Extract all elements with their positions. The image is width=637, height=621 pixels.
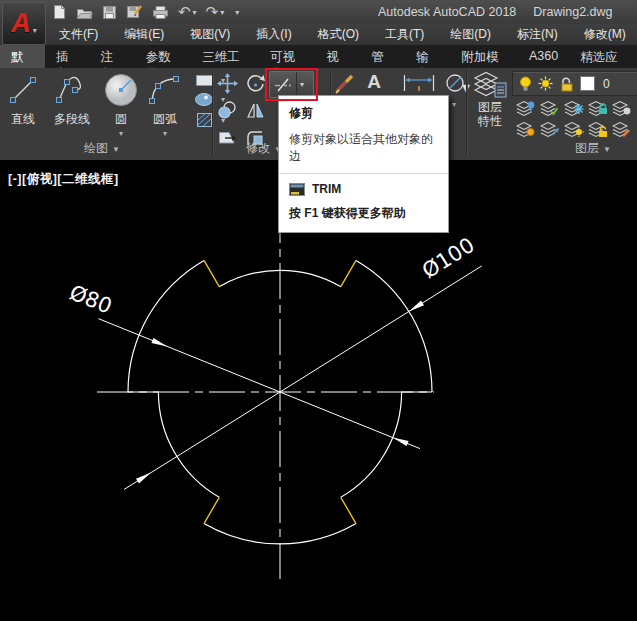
tab-manage[interactable]: 管理	[360, 45, 405, 68]
draw-panel-label[interactable]: 绘图▼	[84, 140, 120, 157]
annotation-dropdown-icon[interactable]: ▾	[452, 100, 456, 109]
save-icon	[102, 5, 117, 20]
text-button[interactable]: A	[362, 70, 386, 94]
menu-dimension[interactable]: 标注(N)	[504, 24, 571, 45]
toolbar-options-icon: ▾	[235, 8, 239, 17]
match-properties-button[interactable]	[333, 71, 357, 95]
layer-make-current-button[interactable]	[612, 100, 632, 117]
open-file-button[interactable]	[76, 5, 93, 20]
tooltip-command: TRIM	[312, 182, 341, 196]
current-layer-name: 0	[603, 77, 610, 91]
layer-properties-button[interactable]: 图层 特性	[468, 70, 512, 142]
menu-modify[interactable]: 修改(M)	[571, 24, 637, 45]
polyline-label: 多段线	[54, 111, 90, 128]
new-file-icon	[52, 4, 67, 20]
tooltip-title: 修剪	[289, 105, 438, 122]
ribbon-tab-bar: 默认 插入 注释 参数化 三维工具 可视化 视图 管理 输出 附加模块 A360…	[0, 45, 637, 68]
move-icon	[217, 73, 238, 94]
tab-output[interactable]: 输出	[405, 45, 450, 68]
layer-previous-button[interactable]	[540, 121, 560, 138]
tab-view[interactable]: 视图	[315, 45, 360, 68]
command-icon	[289, 183, 305, 196]
layer-thaw-all-button[interactable]	[564, 121, 584, 138]
layer-merge-button[interactable]	[612, 121, 632, 138]
tab-a360[interactable]: A360	[518, 45, 569, 68]
circle-button[interactable]: 圆 ▾	[102, 71, 140, 138]
modify-panel-label[interactable]: 修改▼	[246, 140, 282, 157]
dim-label-80: Ø80	[66, 280, 115, 318]
tooltip-help-hint: 按 F1 键获得更多帮助	[289, 205, 438, 222]
save-as-button[interactable]	[126, 4, 143, 20]
layer-tools-grid	[514, 98, 636, 140]
layer-properties-label-2: 特性	[478, 114, 502, 128]
menu-insert[interactable]: 插入(I)	[243, 24, 304, 45]
save-button[interactable]	[102, 5, 117, 20]
circle-dropdown-icon[interactable]: ▾	[119, 129, 123, 138]
tab-3d-tools[interactable]: 三维工具	[191, 45, 259, 68]
panel-separator	[212, 70, 214, 156]
redo-icon: ↷	[206, 5, 219, 19]
menu-format[interactable]: 格式(O)	[305, 24, 372, 45]
tab-annotate[interactable]: 注释	[90, 45, 135, 68]
arc-icon	[148, 73, 182, 107]
mirror-icon	[245, 101, 266, 120]
stretch-button[interactable]	[215, 125, 239, 149]
viewport-controls[interactable]: [-][俯视][二维线框]	[8, 171, 119, 188]
draw-panel: 直线 多段线 圆 ▾ 圆弧 ▾ ▾	[4, 71, 225, 138]
layer-on-bulb-icon	[519, 76, 532, 92]
copy-button[interactable]	[215, 98, 239, 122]
layer-freeze-button[interactable]	[564, 100, 584, 117]
mirror-button[interactable]	[243, 98, 267, 122]
draw-panel-expand-icon: ▼	[112, 145, 120, 154]
plot-button[interactable]	[152, 5, 169, 20]
layer-off-button[interactable]	[516, 121, 536, 138]
circle-icon	[103, 72, 139, 108]
menu-view[interactable]: 视图(V)	[177, 24, 243, 45]
undo-button[interactable]: ↶ ▾	[178, 5, 197, 19]
document-name: Drawing2.dwg	[533, 5, 612, 19]
tab-parametric[interactable]: 参数化	[135, 45, 191, 68]
arc-dropdown-icon[interactable]: ▾	[163, 129, 167, 138]
tab-insert[interactable]: 插入	[45, 45, 90, 68]
trim-tooltip: 修剪 修剪对象以适合其他对象的边 TRIM 按 F1 键获得更多帮助	[278, 95, 449, 233]
rotate-button[interactable]	[243, 71, 267, 95]
open-folder-icon	[76, 5, 93, 20]
menu-bar: 文件(F) 编辑(E) 视图(V) 插入(I) 格式(O) 工具(T) 绘图(D…	[0, 24, 637, 45]
menu-draw[interactable]: 绘图(D)	[437, 24, 504, 45]
tab-add-ins[interactable]: 附加模块	[450, 45, 518, 68]
layer-isolate-button[interactable]	[516, 100, 536, 117]
menu-file[interactable]: 文件(F)	[46, 24, 111, 45]
menu-edit[interactable]: 编辑(E)	[111, 24, 177, 45]
redo-button[interactable]: ↷ ▾	[206, 5, 225, 19]
text-icon: A	[367, 71, 381, 93]
tooltip-separator	[279, 173, 448, 174]
tab-home[interactable]: 默认	[0, 45, 45, 68]
tab-featured-apps[interactable]: 精选应用	[569, 45, 637, 68]
application-menu-button[interactable]: A ▾	[2, 2, 46, 45]
quick-access-toolbar: ↶ ▾ ↷ ▾ ▾	[52, 3, 239, 21]
arc-button[interactable]: 圆弧 ▾	[146, 71, 184, 138]
polyline-button[interactable]: 多段线	[48, 71, 96, 138]
redo-dropdown-icon: ▾	[220, 8, 224, 17]
qat-customize-button[interactable]: ▾	[233, 8, 239, 17]
copy-icon	[217, 100, 237, 120]
move-button[interactable]	[215, 71, 239, 95]
rotate-icon	[245, 73, 266, 94]
layer-unlock-icon	[559, 76, 574, 92]
layers-panel-label[interactable]: 图层▼	[575, 140, 611, 157]
layer-match-button[interactable]	[540, 100, 560, 117]
new-file-button[interactable]	[52, 4, 67, 20]
layer-properties-label-1: 图层	[478, 100, 502, 114]
layer-unlock-all-button[interactable]	[588, 121, 608, 138]
dimension-button[interactable]	[400, 71, 438, 95]
layer-lock-button[interactable]	[588, 100, 608, 117]
window-title: Autodesk AutoCAD 2018 Drawing2.dwg	[378, 5, 613, 19]
menu-tools[interactable]: 工具(T)	[372, 24, 437, 45]
layer-state-control[interactable]: 0	[512, 71, 637, 96]
autocad-logo-icon: A	[11, 10, 31, 37]
tab-visualize[interactable]: 可视化	[259, 45, 315, 68]
circle-label: 圆	[115, 111, 127, 128]
app-title: Autodesk AutoCAD 2018	[378, 5, 516, 19]
stretch-icon	[217, 128, 238, 147]
line-button[interactable]: 直线	[4, 71, 42, 138]
